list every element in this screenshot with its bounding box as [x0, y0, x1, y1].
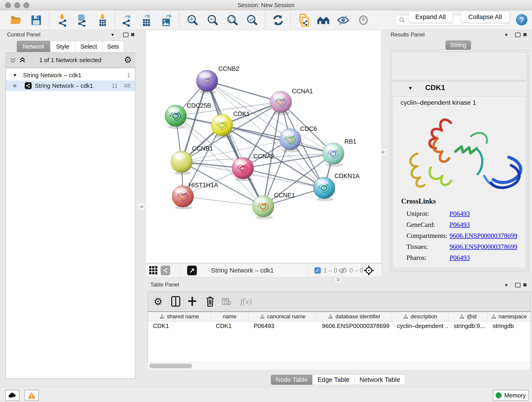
table-cell[interactable]: stringdb:9... [449, 321, 488, 331]
clone-network-button[interactable] [297, 13, 311, 27]
node-CDC25B[interactable] [165, 105, 186, 129]
show-columns-icon[interactable] [169, 295, 182, 308]
warnings-button[interactable] [25, 390, 39, 401]
refresh-button[interactable] [271, 13, 285, 27]
crosshair-icon[interactable] [364, 265, 374, 276]
table-row[interactable]: CDK1CDK1P064939606.ENSP00000378699cyclin… [148, 321, 531, 331]
zoom-selected-button[interactable] [245, 13, 259, 27]
table-panel-maximize-icon[interactable] [515, 283, 520, 287]
network-row-selected[interactable]: String Network – cdk1 11 48 [6, 80, 135, 91]
node-HIST1H1A[interactable] [172, 186, 194, 210]
left-splitter-handle[interactable] [138, 203, 145, 210]
table-panel-float-icon[interactable]: ▾ [505, 282, 507, 288]
tab-edge-table[interactable]: Edge Table [312, 375, 355, 385]
tab-style[interactable]: Style [50, 41, 75, 52]
grid-view-icon[interactable] [149, 266, 158, 275]
column-header--id[interactable]: @id [449, 312, 488, 321]
collapse-all-button[interactable]: Collapse All [461, 11, 510, 23]
tab-node-table[interactable]: Node Table [271, 375, 312, 385]
network-edge-count: 48 [124, 82, 130, 89]
column-header-description[interactable]: description [392, 312, 449, 321]
results-panel-close-icon[interactable]: ✖ [523, 32, 527, 38]
results-panel-float-icon[interactable]: ▾ [505, 32, 507, 38]
table-cell[interactable]: P06493 [249, 321, 317, 331]
column-header-shared-name[interactable]: shared name [148, 312, 211, 321]
control-panel-float-icon[interactable]: ▾ [111, 32, 114, 38]
network-collection-row[interactable]: ▼ String Network – cdk1 1 [6, 70, 135, 80]
network-canvas[interactable]: CCNB2CCNA1CDC25BCDK1CDC6RB1CCNB1CCNA2CDK… [145, 30, 382, 263]
first-neighbors-button[interactable] [317, 13, 330, 27]
results-panel-maximize-icon[interactable] [515, 32, 520, 37]
expand-all-button[interactable]: Expand All [408, 11, 453, 23]
memory-status-dot [496, 392, 501, 398]
help-button[interactable]: ? [516, 14, 527, 26]
crosslink-link[interactable]: 9606.ENSP00000378699 [450, 232, 517, 240]
export-table-button[interactable] [139, 13, 153, 27]
crosslink-link[interactable]: P06493 [450, 254, 470, 262]
column-header-canonical-name[interactable]: canonical name [249, 312, 317, 321]
table-cell[interactable]: stringdb [488, 321, 531, 331]
node-CCNE1[interactable] [253, 196, 274, 219]
import-database-button[interactable] [75, 13, 88, 27]
delete-table-icon[interactable] [220, 295, 233, 308]
table-settings-gear-icon[interactable]: ⚙ [152, 295, 165, 308]
toolbar-separator [49, 13, 50, 27]
birds-eye-view-icon[interactable]: ↗ [187, 266, 197, 275]
zoom-out-button[interactable] [206, 13, 220, 27]
refresh-icon [272, 14, 284, 26]
node-CCNA1[interactable] [270, 91, 292, 115]
node-RB1[interactable] [323, 143, 344, 167]
node-CDKN1A[interactable] [313, 177, 335, 201]
export-network-button[interactable] [119, 13, 133, 27]
node-CDC6[interactable] [279, 128, 301, 153]
column-type-icon [159, 314, 165, 319]
tab-network[interactable]: Network [17, 41, 51, 52]
table-cell[interactable]: CDK1 [211, 321, 249, 331]
entry-expander-icon[interactable]: ▼ [408, 85, 413, 91]
show-all-button[interactable] [356, 13, 370, 27]
import-network-button[interactable] [55, 13, 69, 27]
crosslink-link[interactable]: P06493 [450, 210, 470, 217]
memory-button[interactable]: Memory [493, 390, 529, 401]
hidden-counter: 0 – 0 [349, 263, 363, 278]
zoom-fit-button[interactable] [226, 13, 239, 27]
column-header-label: canonical name [267, 313, 306, 320]
function-builder-icon[interactable]: f(x) [240, 295, 253, 308]
node-table: shared namenamecanonical namedatabase id… [148, 312, 531, 363]
tab-sets[interactable]: Sets [102, 41, 124, 52]
control-panel-maximize-icon[interactable] [123, 32, 128, 37]
node-CCNB2[interactable] [196, 70, 218, 94]
table-cell[interactable]: CDK1 [148, 321, 211, 331]
tab-select[interactable]: Select [75, 41, 102, 52]
hide-selected-button[interactable] [336, 13, 350, 27]
column-header-database-identifier[interactable]: database identifier [317, 312, 392, 321]
export-image-button[interactable] [159, 13, 173, 27]
scrollbar-thumb[interactable] [149, 364, 192, 368]
crosslink-link[interactable]: 9606.ENSP00000378699 [450, 243, 517, 250]
gear-icon[interactable]: ⚙ [124, 55, 132, 65]
delete-column-trash-icon[interactable] [204, 295, 216, 308]
table-horizontal-scrollbar[interactable] [148, 362, 530, 370]
column-header-namespace[interactable]: namespace [488, 312, 531, 321]
tab-network-table[interactable]: Network Table [355, 375, 405, 385]
cloud-status-button[interactable] [5, 390, 19, 401]
crosslink-row: Pharos: P06493 [406, 254, 521, 265]
selected-checkbox-icon[interactable]: ✓ [314, 267, 321, 274]
tree-expander-icon[interactable]: ▼ [13, 73, 17, 78]
table-panel-close-icon[interactable]: ✖ [523, 282, 527, 288]
network-type-icon[interactable] [161, 266, 170, 275]
crosslink-link[interactable]: P06493 [450, 221, 470, 229]
column-header-name[interactable]: name [211, 312, 249, 321]
import-table-button[interactable] [95, 13, 109, 27]
control-panel-close-icon[interactable]: ✖ [131, 32, 135, 38]
save-session-button[interactable] [29, 13, 43, 27]
tab-string[interactable]: String [445, 40, 471, 50]
add-column-icon[interactable] [186, 295, 199, 308]
zoom-in-button[interactable] [186, 13, 200, 27]
table-cell[interactable]: 9606.ENSP00000378699 [317, 321, 392, 331]
table-panel-title: Table Panel [150, 281, 179, 288]
node-CCNB1[interactable] [171, 151, 192, 175]
node-label-CCNA2: CCNA2 [253, 153, 274, 160]
open-session-button[interactable] [9, 13, 22, 27]
table-cell[interactable]: cyclin–dependent ... [392, 321, 449, 331]
